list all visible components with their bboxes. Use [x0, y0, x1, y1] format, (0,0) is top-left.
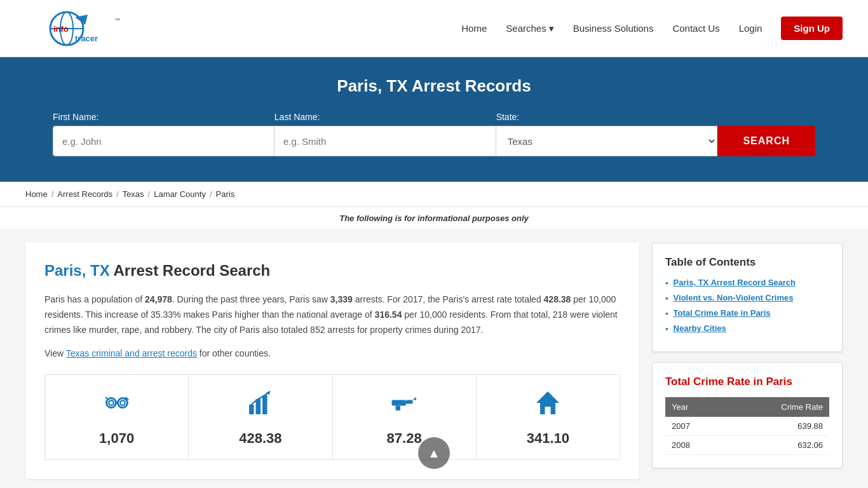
- last-name-input[interactable]: [275, 126, 496, 156]
- paragraph-2-suffix: for other counties.: [197, 348, 271, 358]
- svg-rect-14: [255, 399, 261, 414]
- crime-rate-2007: 639.88: [725, 417, 829, 436]
- crime-year-2008: 2008: [665, 436, 725, 455]
- toc-item-1: Paris, TX Arrest Record Search: [665, 278, 829, 288]
- svg-rect-19: [396, 406, 401, 411]
- toc-link-3[interactable]: Total Crime Rate in Paris: [674, 308, 771, 318]
- info-bar-text: The following is for informational purpo…: [339, 214, 529, 223]
- toc-item-2: Violent vs. Non-Violent Crimes: [665, 293, 829, 303]
- nav-contact-us[interactable]: Contact Us: [672, 23, 719, 34]
- crime-table-row-2007: 2007 639.88: [665, 417, 829, 436]
- svg-text:™: ™: [114, 17, 120, 24]
- crime-table: Year Crime Rate 2007 639.88 2008 632.06: [665, 397, 829, 455]
- crime-table-rate-header: Crime Rate: [725, 397, 829, 417]
- svg-point-9: [109, 400, 114, 405]
- state-group: State: Texas Alabama Alaska California F…: [496, 112, 718, 156]
- handcuffs-icon: [102, 388, 132, 424]
- svg-rect-17: [392, 400, 407, 406]
- breadcrumb-lamar-county[interactable]: Lamar County: [154, 189, 206, 199]
- paragraph-2-prefix: View: [44, 348, 66, 358]
- stat-number-arrest-rate: 428.38: [239, 430, 281, 447]
- svg-marker-20: [413, 397, 417, 400]
- crime-table-header-row: Year Crime Rate: [665, 397, 829, 417]
- logo-svg: info tracer ™: [25, 10, 140, 48]
- breadcrumb-arrest-records[interactable]: Arrest Records: [57, 189, 112, 199]
- first-name-group: First Name:: [53, 112, 275, 156]
- nav-business-solutions[interactable]: Business Solutions: [573, 23, 654, 34]
- logo-area: info tracer ™: [25, 10, 140, 48]
- crime-table-year-header: Year: [665, 397, 725, 417]
- site-header: info tracer ™ Home Searches ▾ Business S…: [0, 0, 868, 57]
- breadcrumb-texas[interactable]: Texas: [123, 189, 144, 199]
- toc-list: Paris, TX Arrest Record Search Violent v…: [665, 278, 829, 334]
- state-label: State:: [496, 112, 520, 122]
- last-name-label: Last Name:: [275, 112, 320, 122]
- first-name-input[interactable]: [53, 126, 275, 156]
- nav-login[interactable]: Login: [739, 23, 763, 34]
- search-form: First Name: Last Name: State: Texas Alab…: [53, 112, 815, 156]
- content-heading: Paris, TX Arrest Record Search: [44, 262, 620, 280]
- hero-title: Paris, TX Arrest Records: [25, 76, 843, 96]
- chevron-down-icon: ▾: [549, 23, 554, 34]
- toc-link-4[interactable]: Nearby Cities: [674, 323, 726, 333]
- breadcrumb-sep-3: /: [148, 189, 151, 199]
- texas-records-link[interactable]: Texas criminal and arrest records: [66, 348, 197, 358]
- gun-icon: [389, 388, 419, 424]
- search-button[interactable]: SEARCH: [717, 126, 815, 156]
- svg-point-10: [120, 400, 125, 405]
- content-left: Paris, TX Arrest Record Search Paris has…: [25, 243, 639, 479]
- nav-home[interactable]: Home: [461, 23, 487, 34]
- svg-rect-18: [406, 400, 413, 404]
- breadcrumb-sep-1: /: [51, 189, 54, 199]
- stat-number-violent: 87.28: [387, 430, 422, 447]
- info-bar: The following is for informational purpo…: [0, 207, 868, 230]
- last-name-group: Last Name:: [275, 112, 496, 156]
- svg-text:tracer: tracer: [75, 34, 98, 43]
- stat-cell-arrests: 1,070: [45, 375, 189, 459]
- hero-section: Paris, TX Arrest Records First Name: Las…: [0, 57, 868, 182]
- breadcrumb-sep-4: /: [210, 189, 212, 199]
- breadcrumb-paris: Paris: [216, 189, 235, 199]
- crime-rate-2008: 632.06: [725, 436, 829, 455]
- nav-signup[interactable]: Sign Up: [781, 17, 843, 40]
- breadcrumb-sep-2: /: [116, 189, 119, 199]
- breadcrumb-home[interactable]: Home: [25, 189, 48, 199]
- breadcrumb: Home / Arrest Records / Texas / Lamar Co…: [0, 182, 868, 207]
- stat-number-arrests: 1,070: [99, 430, 134, 447]
- nav-searches[interactable]: Searches ▾: [506, 23, 553, 34]
- toc-item-3: Total Crime Rate in Paris: [665, 308, 829, 318]
- paragraph-1: Paris has a population of 24,978. During…: [44, 292, 620, 337]
- svg-rect-22: [545, 407, 551, 414]
- crime-box: Total Crime Rate in Paris Year Crime Rat…: [652, 362, 843, 468]
- state-select[interactable]: Texas Alabama Alaska California Florida …: [496, 126, 718, 156]
- house-icon: [532, 388, 563, 424]
- svg-point-7: [118, 398, 127, 408]
- heading-city: Paris, TX: [44, 262, 110, 279]
- toc-item-4: Nearby Cities: [665, 323, 829, 334]
- svg-rect-15: [262, 395, 268, 414]
- stat-number-property: 341.10: [527, 430, 569, 447]
- stat-cell-arrest-rate: 428.38: [189, 375, 332, 459]
- stats-row: 1,070 428.38: [44, 374, 620, 460]
- crime-table-row-2008: 2008 632.06: [665, 436, 829, 455]
- crime-year-2007: 2007: [665, 417, 725, 436]
- crime-box-title: Total Crime Rate in Paris: [665, 376, 829, 388]
- stat-cell-violent: 87.28: [333, 375, 477, 459]
- first-name-label: First Name:: [53, 112, 98, 122]
- chart-icon: [245, 388, 276, 424]
- sidebar-right: Table of Contents Paris, TX Arrest Recor…: [652, 243, 843, 479]
- toc-title: Table of Contents: [665, 256, 829, 269]
- paragraph-2: View Texas criminal and arrest records f…: [44, 346, 620, 362]
- main-nav: Home Searches ▾ Business Solutions Conta…: [461, 17, 843, 40]
- toc-link-1[interactable]: Paris, TX Arrest Record Search: [674, 278, 796, 287]
- search-btn-group: SEARCH: [717, 126, 815, 156]
- heading-rest: Arrest Record Search: [110, 262, 271, 279]
- toc-box: Table of Contents Paris, TX Arrest Recor…: [652, 243, 843, 352]
- svg-line-11: [105, 397, 109, 400]
- toc-link-2[interactable]: Violent vs. Non-Violent Crimes: [674, 293, 794, 302]
- stat-cell-property: 341.10: [477, 375, 620, 459]
- svg-rect-13: [249, 405, 254, 414]
- scroll-top-button[interactable]: ▲: [418, 437, 450, 469]
- svg-text:info: info: [53, 24, 69, 34]
